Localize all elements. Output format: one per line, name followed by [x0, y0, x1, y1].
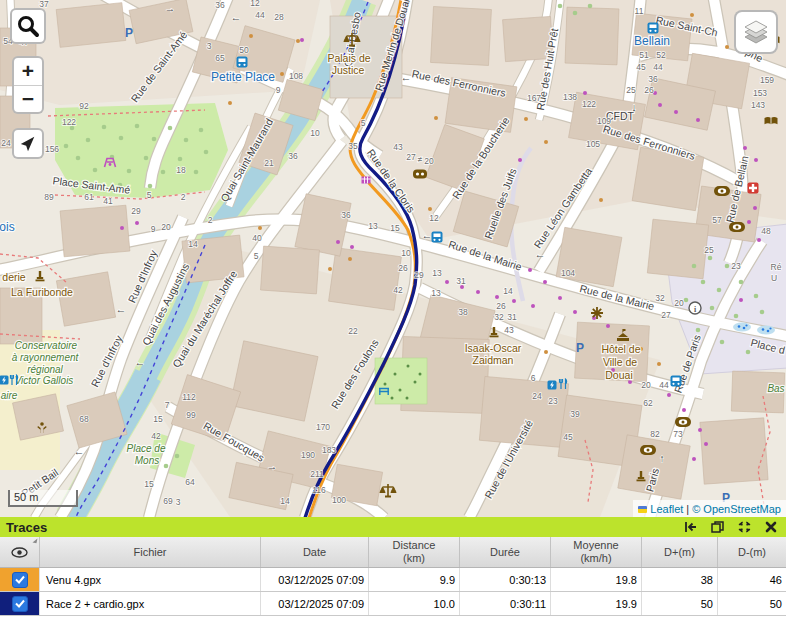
- trace-date: 03/12/2025 07:09: [260, 592, 368, 615]
- trace-file-name: Race 2 + cardio.gpx: [39, 592, 260, 615]
- osm-link[interactable]: © OpenStreetMap: [692, 503, 781, 515]
- map-label: 36: [648, 74, 658, 84]
- close-panel-button[interactable]: [764, 520, 778, 534]
- theatre-icon: [413, 170, 427, 179]
- locate-arrow-icon: [19, 135, 37, 153]
- map-label: Ré: [771, 262, 782, 272]
- column-header-fichier[interactable]: Fichier: [39, 537, 260, 567]
- map-label: 5: [147, 190, 152, 200]
- zoom-control: + −: [12, 56, 44, 114]
- map-label: 13: [368, 221, 378, 231]
- column-header-dplus[interactable]: D+(m): [641, 537, 717, 567]
- map-label: 153: [753, 88, 767, 98]
- map-label: 20: [161, 222, 171, 232]
- collapse-left-button[interactable]: [683, 520, 697, 534]
- map-label: 26: [398, 263, 408, 273]
- map-label: 36: [341, 210, 351, 220]
- map-label: 99: [186, 410, 196, 420]
- map-label: 29: [414, 270, 424, 280]
- table-row[interactable]: Venu 4.gpx 03/12/2025 07:09 9.9 0:30:13 …: [0, 568, 786, 592]
- checkbox-check-icon: [15, 599, 25, 608]
- map-label: 11: [635, 6, 644, 16]
- map-label: 32: [655, 293, 665, 303]
- map-label: 20: [674, 298, 684, 308]
- map-label: La Furibonde: [11, 286, 73, 298]
- map-canvas[interactable]: i P: [0, 0, 786, 517]
- table-row[interactable]: Race 2 + cardio.gpx 03/12/2025 07:09 10.…: [0, 592, 786, 616]
- map-label: 167: [527, 93, 541, 103]
- map-label: 170: [316, 422, 330, 432]
- map-label: 43: [393, 142, 403, 152]
- traces-panel: Traces Fichier Date Distance(km) Durée M…: [0, 517, 786, 617]
- map-label: 10: [310, 128, 320, 138]
- bus-icon: [237, 57, 248, 68]
- search-button[interactable]: [10, 8, 46, 44]
- checkbox-check-icon: [15, 575, 25, 584]
- map-label: 108: [289, 71, 303, 81]
- column-header-moyenne[interactable]: Moyenne(km/h): [550, 537, 641, 567]
- map-label: ↑: [659, 452, 665, 464]
- column-header-distance[interactable]: Distance(km): [368, 537, 459, 567]
- trace-visible-checkbox[interactable]: [12, 596, 28, 612]
- bank-icon: [675, 417, 691, 427]
- map-label: 15: [144, 479, 154, 489]
- pharmacy-icon: [748, 183, 759, 194]
- map-label: 64: [185, 477, 195, 487]
- map-label: Mons: [135, 455, 159, 466]
- visibility-column-header[interactable]: [0, 537, 39, 567]
- zoom-out-button[interactable]: −: [14, 86, 42, 113]
- map-label: 69: [163, 496, 173, 506]
- layers-button[interactable]: [734, 10, 778, 54]
- map-label: 15: [153, 414, 163, 424]
- fullscreen-button[interactable]: [737, 520, 751, 534]
- map-label: 42: [151, 431, 161, 441]
- map-label: 3: [176, 497, 181, 507]
- map-label: →: [165, 2, 176, 14]
- map-label: 14: [280, 496, 290, 506]
- popout-window-button[interactable]: [710, 520, 724, 534]
- sort-indicator-icon: [33, 538, 38, 544]
- map-label: 82: [650, 429, 660, 439]
- map-label: ←: [135, 356, 146, 368]
- info-icon: [689, 302, 701, 314]
- map-label: 24: [1, 138, 11, 148]
- column-header-dminus[interactable]: D-(m): [717, 537, 786, 567]
- locate-button[interactable]: [12, 128, 44, 159]
- map-label: 18: [176, 165, 186, 175]
- map-label: 27: [406, 152, 416, 162]
- trace-visible-checkbox[interactable]: [12, 572, 28, 588]
- map-label: ←: [535, 248, 546, 260]
- table-header-row: Fichier Date Distance(km) Durée Moyenne(…: [0, 537, 786, 568]
- map-label: 25: [704, 245, 714, 255]
- zoom-in-button[interactable]: +: [14, 58, 42, 86]
- map-label: 57: [712, 215, 722, 225]
- column-header-duree[interactable]: Durée: [459, 537, 550, 567]
- map-label: 62: [643, 398, 653, 408]
- map-label: 61: [84, 192, 94, 202]
- column-header-date[interactable]: Date: [260, 537, 368, 567]
- map-label: 100: [332, 495, 346, 505]
- map-label: 44: [653, 62, 663, 72]
- bank-icon: [714, 186, 730, 196]
- map-label: 138: [563, 92, 577, 102]
- map-label: ←: [116, 303, 127, 315]
- map-label: 35: [348, 141, 358, 151]
- map-label: ←: [231, 11, 242, 23]
- trace-dminus: 50: [717, 592, 786, 615]
- scale-bar: 50 m: [8, 490, 78, 507]
- map-label: 9: [276, 85, 281, 95]
- map-label: 2: [181, 192, 186, 202]
- map-label: 15: [390, 223, 400, 233]
- map-label: 68: [79, 414, 89, 424]
- bus-icon: [432, 232, 443, 243]
- map-label: ↓: [631, 101, 637, 113]
- trace-dminus: 46: [717, 568, 786, 591]
- map-label: Palais de: [327, 52, 370, 64]
- map-label: 20: [641, 380, 651, 390]
- bank-icon: [729, 222, 745, 232]
- map-label: 42: [393, 285, 403, 295]
- map-label: Justice: [332, 64, 365, 76]
- shop-icon: [362, 177, 371, 184]
- leaflet-link[interactable]: Leaflet: [650, 503, 683, 515]
- map-label: 105: [586, 139, 600, 149]
